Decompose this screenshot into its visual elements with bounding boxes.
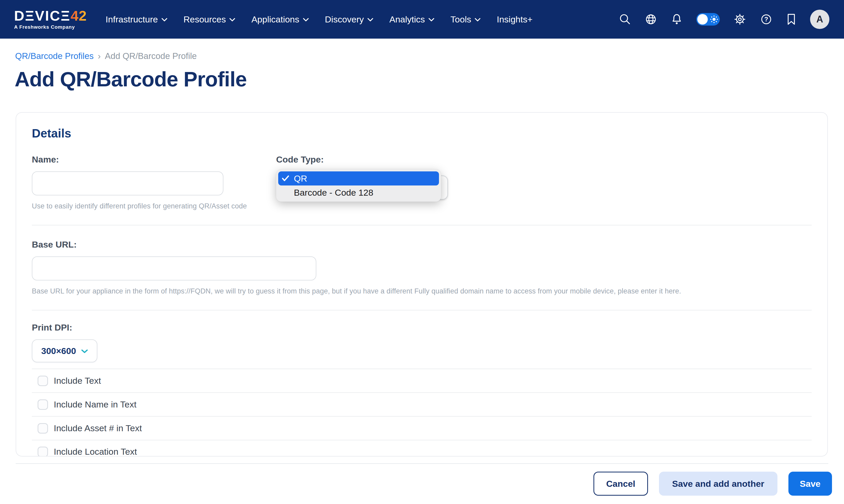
logo-number: 42 [71, 8, 87, 23]
chevron-down-icon [475, 18, 480, 22]
name-input[interactable] [32, 172, 223, 195]
chevron-down-icon [428, 18, 434, 22]
print-dpi-field-group: Print DPI: 300×600 [32, 322, 812, 362]
nav-item-label: Discovery [325, 14, 364, 24]
logo-tagline: A Freshworks Company [14, 24, 87, 30]
nav-item-tools[interactable]: Tools [451, 14, 480, 24]
settings-gear-icon[interactable] [733, 13, 746, 26]
svg-text:?: ? [764, 16, 768, 23]
nav-item-label: Tools [451, 14, 471, 24]
logo-text: DΞVICΞ [14, 8, 71, 23]
sun-icon [710, 15, 718, 25]
chevron-down-icon [303, 18, 309, 22]
include-name-in-text-row[interactable]: Include Name in Text [32, 392, 812, 416]
nav-item-label: Analytics [389, 14, 425, 24]
print-dpi-select[interactable]: 300×600 [32, 339, 97, 362]
chevron-down-icon [161, 18, 167, 22]
check-icon [282, 175, 290, 182]
search-icon[interactable] [619, 13, 631, 25]
checkbox-label: Include Text [53, 376, 101, 386]
include-text-checkbox[interactable] [38, 376, 48, 386]
print-dpi-label: Print DPI: [32, 322, 812, 332]
code-type-dropdown: QR Barcode - Code 128 [276, 169, 450, 202]
include-location-text-checkbox[interactable] [38, 447, 48, 457]
base-url-field-group: Base URL: Base URL for your appliance in… [32, 239, 812, 295]
details-card: Details Name: Use to easily identify dif… [16, 112, 828, 456]
include-location-text-row[interactable]: Include Location Text [32, 440, 812, 456]
notifications-bell-icon[interactable] [671, 13, 683, 25]
details-heading: Details [32, 126, 812, 140]
main-menu: Infrastructure Resources Applications Di… [106, 14, 533, 24]
include-options-list: Include Text Include Name in Text Includ… [32, 368, 812, 456]
nav-item-label: Applications [251, 14, 299, 24]
avatar[interactable]: A [810, 10, 829, 29]
bookmark-icon[interactable] [786, 13, 796, 25]
breadcrumb-link-qr-barcode-profiles[interactable]: QR/Barcode Profiles [15, 51, 94, 61]
base-url-label: Base URL: [32, 239, 812, 250]
nav-item-analytics[interactable]: Analytics [389, 14, 434, 24]
theme-toggle[interactable] [696, 13, 720, 25]
print-dpi-value: 300×600 [41, 346, 76, 356]
help-icon[interactable]: ? [760, 13, 773, 25]
include-name-in-text-checkbox[interactable] [38, 399, 48, 410]
name-label: Name: [32, 155, 276, 165]
nav-item-infrastructure[interactable]: Infrastructure [106, 14, 167, 24]
top-navigation: DΞVICΞ42 A Freshworks Company Infrastruc… [0, 0, 844, 39]
save-and-add-another-button[interactable]: Save and add another [659, 472, 777, 496]
device42-logo[interactable]: DΞVICΞ42 A Freshworks Company [14, 8, 87, 30]
checkbox-label: Include Asset # in Text [53, 423, 142, 433]
include-text-row[interactable]: Include Text [32, 368, 812, 392]
globe-icon[interactable] [645, 13, 657, 25]
menu-option-label: QR [294, 174, 307, 184]
toggle-knob-icon [697, 14, 708, 24]
cancel-button[interactable]: Cancel [594, 472, 648, 496]
nav-item-discovery[interactable]: Discovery [325, 14, 373, 24]
nav-item-applications[interactable]: Applications [251, 14, 309, 24]
checkbox-label: Include Name in Text [53, 399, 137, 410]
save-button[interactable]: Save [788, 472, 832, 496]
form-footer: Cancel Save and add another Save [0, 463, 844, 504]
breadcrumb: QR/Barcode Profiles › Add QR/Barcode Pro… [15, 51, 844, 61]
breadcrumb-separator: › [98, 51, 101, 61]
code-type-field-group: Code Type: QR Barcode - Code 128 [276, 155, 450, 210]
nav-item-label: Resources [183, 14, 226, 24]
chevron-down-icon [229, 18, 235, 22]
chevron-down-icon [367, 18, 373, 22]
name-help-text: Use to easily identify different profile… [32, 202, 276, 210]
page-title: Add QR/Barcode Profile [15, 67, 844, 91]
menu-option-qr[interactable]: QR [278, 172, 439, 185]
include-asset-in-text-checkbox[interactable] [38, 423, 48, 434]
nav-item-label: Infrastructure [106, 14, 158, 24]
breadcrumb-current: Add QR/Barcode Profile [105, 51, 197, 61]
code-type-label: Code Type: [276, 155, 450, 165]
code-type-open-menu: QR Barcode - Code 128 [276, 169, 441, 202]
section-divider [32, 310, 812, 310]
name-field-group: Name: Use to easily identify different p… [32, 155, 276, 210]
section-divider [32, 225, 812, 226]
base-url-input[interactable] [32, 256, 316, 281]
checkbox-label: Include Location Text [53, 447, 137, 456]
nav-icon-bar: ? A [619, 10, 829, 29]
nav-item-resources[interactable]: Resources [183, 14, 235, 24]
menu-option-label: Barcode - Code 128 [294, 187, 373, 198]
nav-item-insights[interactable]: Insights+ [497, 14, 532, 24]
base-url-help-text: Base URL for your appliance in the form … [32, 287, 812, 295]
chevron-down-icon [81, 349, 88, 354]
include-asset-in-text-row[interactable]: Include Asset # in Text [32, 416, 812, 440]
nav-item-label: Insights+ [497, 14, 532, 24]
menu-option-barcode-code-128[interactable]: Barcode - Code 128 [278, 185, 439, 200]
